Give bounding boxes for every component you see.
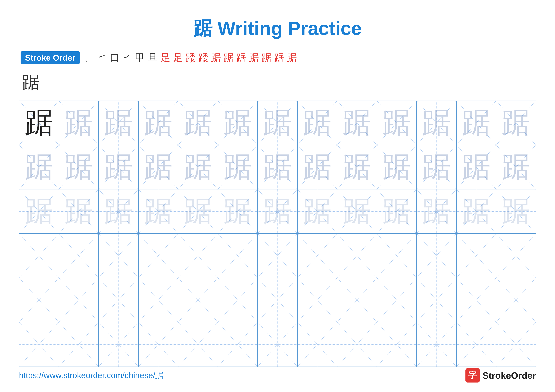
cell-1-13: 踞 [496,101,536,145]
cell-4-8 [298,234,337,278]
cell-3-2: 踞 [59,189,99,234]
cell-5-9 [337,278,377,322]
grid-row-4 [19,234,536,278]
practice-char-3-8: 踞 [303,197,331,226]
cell-2-9: 踞 [337,145,377,189]
cell-4-10 [377,234,417,278]
grid-row-2: 踞 踞 踞 踞 踞 踞 踞 [19,145,536,189]
practice-char-2-5: 踞 [184,153,212,181]
cell-1-7: 踞 [258,101,297,145]
cell-5-10 [377,278,417,322]
title-chinese-char: 踞 [193,18,212,39]
cell-6-7 [258,322,297,367]
cell-1-6: 踞 [218,101,258,145]
title-text: Writing Practice [212,18,362,39]
cell-6-13 [496,322,536,367]
practice-char-1-5: 踞 [184,109,212,137]
cell-4-7 [258,234,297,278]
cell-2-8: 踞 [298,145,337,189]
practice-char-1-2: 踞 [65,109,93,137]
cell-6-12 [457,322,496,367]
cell-3-5: 踞 [178,189,218,234]
cell-2-11: 踞 [417,145,456,189]
practice-char-1-10: 踞 [383,109,411,137]
cell-3-12: 踞 [457,189,496,234]
cell-2-13: 踞 [496,145,536,189]
footer-url[interactable]: https://www.strokeorder.com/chinese/踞 [19,370,163,381]
practice-char-1-3: 踞 [104,109,133,137]
cell-3-9: 踞 [337,189,377,234]
cell-4-1 [19,234,59,278]
cell-5-2 [59,278,99,322]
cell-1-5: 踞 [178,101,218,145]
char-display: 踞 [19,71,536,94]
stroke-10: 踒 [198,51,208,64]
practice-char-3-4: 踞 [144,197,172,226]
practice-char-2-2: 踞 [65,153,93,181]
cell-3-7: 踞 [258,189,297,234]
cell-6-11 [417,322,456,367]
cell-1-3: 踞 [99,101,139,145]
footer-logo: 字 StrokeOrder [466,368,536,383]
cell-2-12: 踞 [457,145,496,189]
cell-6-4 [139,322,178,367]
cell-2-1: 踞 [19,145,59,189]
cell-1-1: 踞 [19,101,59,145]
stroke-11: 踞 [211,51,221,64]
cell-5-6 [218,278,258,322]
cell-4-6 [218,234,258,278]
footer-logo-text: StrokeOrder [482,370,536,381]
page-title: 踞 Writing Practice [19,16,536,42]
cell-3-8: 踞 [298,189,337,234]
cell-4-13 [496,234,536,278]
practice-char-2-1: 踞 [25,153,53,181]
practice-char-2-12: 踞 [462,153,490,181]
practice-char-3-12: 踞 [462,197,490,226]
practice-char-1-11: 踞 [422,109,451,137]
practice-char-2-6: 踞 [224,153,252,181]
practice-char-3-6: 踞 [224,197,252,226]
stroke-1: 、 [85,51,94,64]
practice-char-2-3: 踞 [104,153,133,181]
stroke-7: 足 [161,51,170,64]
practice-char-1-1: 踞 [25,109,53,137]
practice-char-3-5: 踞 [184,197,212,226]
strokeorder-icon: 字 [466,368,480,383]
stroke-5: 甲 [135,51,145,64]
cell-6-6 [218,322,258,367]
stroke-16: 踞 [274,51,284,64]
cell-6-3 [99,322,139,367]
practice-char-2-9: 踞 [343,153,371,181]
cell-6-9 [337,322,377,367]
cell-1-11: 踞 [417,101,456,145]
cell-1-2: 踞 [59,101,99,145]
stroke-3: 口 [110,51,120,64]
stroke-2: ㇀ [97,51,107,64]
practice-char-1-12: 踞 [462,109,490,137]
stroke-17: 踞 [287,51,297,64]
cell-2-5: 踞 [178,145,218,189]
cell-2-3: 踞 [99,145,139,189]
cell-4-5 [178,234,218,278]
grid-row-1: 踞 踞 踞 踞 踞 踞 踞 [19,101,536,145]
cell-2-2: 踞 [59,145,99,189]
stroke-6: 旦 [148,51,158,64]
cell-4-11 [417,234,456,278]
cell-6-2 [59,322,99,367]
cell-2-7: 踞 [258,145,297,189]
cell-5-7 [258,278,297,322]
cell-6-1 [19,322,59,367]
stroke-13: 踞 [236,51,246,64]
stroke-order-badge: Stroke Order [21,51,80,64]
cell-4-2 [59,234,99,278]
cell-1-10: 踞 [377,101,417,145]
footer: https://www.strokeorder.com/chinese/踞 字 … [19,368,536,383]
cell-6-8 [298,322,337,367]
practice-grid: 踞 踞 踞 踞 踞 踞 踞 [19,100,536,367]
practice-char-2-11: 踞 [422,153,451,181]
practice-char-2-8: 踞 [303,153,331,181]
cell-5-5 [178,278,218,322]
practice-char-1-9: 踞 [343,109,371,137]
cell-1-4: 踞 [139,101,178,145]
stroke-chars: 、 ㇀ 口 ㇒ 甲 旦 足 足 踒 踒 踞 踞 踞 踞 踞 踞 踞 [85,51,297,64]
